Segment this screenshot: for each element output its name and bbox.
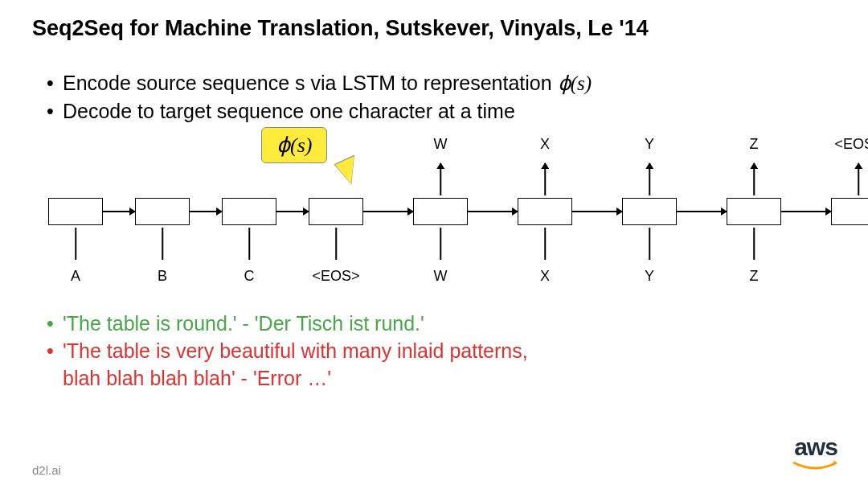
lstm-box-1 — [48, 198, 103, 225]
aws-smile-icon — [792, 461, 840, 472]
example-bullets: 'The table is round.' - 'Der Tisch ist r… — [32, 310, 836, 392]
lstm-box-2 — [135, 198, 190, 225]
in-label-4: W — [413, 268, 468, 285]
main-bullets: Encode source sequence s via LSTM to rep… — [32, 69, 836, 125]
in-label-1: B — [135, 268, 190, 285]
bullet-encode: Encode source sequence s via LSTM to rep… — [47, 69, 836, 97]
input-labels: A B C <EOS> W X Y Z — [48, 268, 781, 285]
bullet-decode: Decode to target sequence one character … — [47, 97, 836, 125]
output-arrow — [440, 163, 441, 195]
chain-arrow — [677, 211, 727, 212]
out-label-5: X — [518, 136, 572, 153]
aws-logo: aws — [792, 434, 840, 475]
output-arrow — [753, 163, 755, 195]
aws-logo-text: aws — [792, 434, 840, 461]
lstm-box-4 — [309, 198, 363, 225]
chain-arrow — [781, 211, 831, 212]
in-label-5: X — [518, 268, 572, 285]
phi-inline: ϕ(s) — [558, 72, 592, 94]
out-label-4: W — [413, 136, 468, 153]
input-arrow — [162, 228, 163, 260]
lstm-box-5 — [413, 198, 468, 225]
chain-arrow — [363, 211, 413, 212]
in-label-3: <EOS> — [309, 268, 363, 285]
slide-title: Seq2Seq for Machine Translation, Sutskev… — [32, 16, 836, 41]
bullet-encode-text: Encode source sequence s via LSTM to rep… — [63, 72, 558, 94]
lstm-box-8 — [727, 198, 781, 225]
input-arrow — [753, 228, 755, 260]
lstm-box-7 — [622, 198, 677, 225]
input-arrow — [75, 228, 76, 260]
lstm-box-9 — [831, 198, 868, 225]
output-arrow — [858, 163, 859, 195]
chain-arrow — [103, 211, 135, 212]
in-label-6: Y — [622, 268, 677, 285]
output-labels: W X Y Z <EOS> — [48, 136, 868, 153]
phi-callout: ϕ(s) — [261, 127, 327, 163]
out-label-6: Y — [622, 136, 677, 153]
chain-arrow — [572, 211, 622, 212]
lstm-chain — [48, 198, 868, 225]
lstm-box-3 — [222, 198, 276, 225]
example-bad-line1: 'The table is very beautiful with many i… — [63, 339, 528, 362]
example-bad-line2: blah blah blah blah' - 'Error …' — [63, 367, 331, 389]
out-label-8: <EOS> — [831, 136, 868, 153]
chain-arrow — [468, 211, 518, 212]
input-arrow — [248, 228, 250, 260]
seq2seq-diagram: W X Y Z <EOS> A B C <EOS> W X Y Z — [32, 129, 836, 298]
out-label-0 — [48, 136, 103, 153]
in-label-0: A — [48, 268, 103, 285]
input-arrow — [649, 228, 650, 260]
chain-arrow — [190, 211, 222, 212]
footer-credit: d2l.ai — [32, 463, 61, 477]
out-label-7: Z — [727, 136, 781, 153]
example-good: 'The table is round.' - 'Der Tisch ist r… — [47, 310, 836, 338]
output-arrow — [649, 163, 650, 195]
example-bad: 'The table is very beautiful with many i… — [47, 338, 836, 393]
phi-callout-tail — [335, 156, 364, 187]
output-arrow — [544, 163, 546, 195]
input-arrow — [335, 228, 337, 260]
input-arrow — [440, 228, 441, 260]
in-label-7: Z — [727, 268, 781, 285]
in-label-2: C — [222, 268, 276, 285]
out-label-1 — [135, 136, 190, 153]
lstm-box-6 — [518, 198, 572, 225]
chain-arrow — [276, 211, 309, 212]
input-arrow — [544, 228, 546, 260]
